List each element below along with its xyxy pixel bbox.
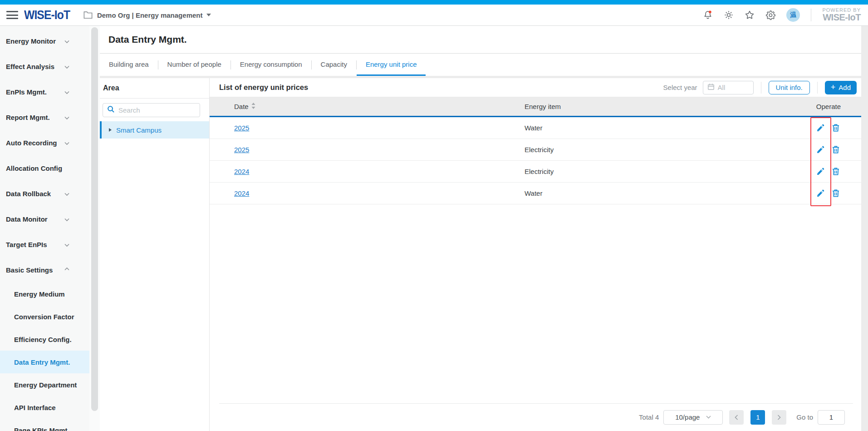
sidebar-item-data-rollback[interactable]: Data Rollback	[0, 181, 89, 206]
page-size-select[interactable]: 10/page	[663, 410, 723, 425]
sidebar-subitem-api-interface[interactable]: API Interface	[0, 396, 89, 419]
energy-unit-price-panel: List of energy unit prices Select year U…	[209, 78, 861, 431]
table-row: 2024 Electricity	[210, 161, 861, 183]
sidebar-item-data-monitor[interactable]: Data Monitor	[0, 206, 89, 232]
tab-bar: Building area Number of people Energy co…	[100, 54, 861, 76]
date-link[interactable]: 2025	[234, 146, 249, 154]
edit-icon[interactable]	[815, 145, 825, 155]
column-header-date[interactable]: Date	[210, 103, 525, 110]
calendar-icon	[707, 83, 715, 92]
header-divider	[811, 9, 811, 21]
list-controls: Select year Unit info. + Add	[663, 81, 857, 94]
date-link[interactable]: 2025	[234, 124, 249, 132]
column-header-energy-item: Energy item	[525, 103, 752, 110]
search-input[interactable]	[118, 106, 196, 114]
delete-icon[interactable]	[831, 167, 841, 177]
sidebar-subitem-data-entry-mgmt[interactable]: Data Entry Mgmt.	[0, 351, 89, 373]
chevron-down-icon	[64, 63, 69, 70]
tree-item-label: Smart Campus	[116, 126, 162, 134]
list-header: List of energy unit prices Select year U…	[210, 78, 861, 97]
tree-item-smart-campus[interactable]: Smart Campus	[100, 121, 209, 139]
sidebar-subitem-efficiency-config[interactable]: Efficiency Config.	[0, 328, 89, 351]
column-header-operate: Operate	[752, 103, 861, 110]
chevron-down-icon	[706, 416, 711, 419]
tab-energy-unit-price[interactable]: Energy unit price	[357, 54, 426, 76]
tab-number-of-people[interactable]: Number of people	[158, 54, 230, 76]
page-header-block: Data Entry Mgmt. Building area Number of…	[100, 26, 861, 76]
delete-icon[interactable]	[831, 188, 841, 198]
edit-icon[interactable]	[815, 188, 825, 198]
edit-icon[interactable]	[815, 167, 825, 177]
area-panel: Area Smart Campus	[100, 78, 209, 431]
energy-item-cell: Water	[525, 189, 752, 197]
chevron-down-icon	[64, 241, 69, 248]
select-year-label: Select year	[663, 84, 697, 91]
sidebar-subitem-energy-department[interactable]: Energy Department	[0, 373, 89, 396]
page-title: Data Entry Mgmt.	[108, 34, 187, 45]
sidebar-item-energy-monitor[interactable]: Energy Monitor	[0, 28, 89, 54]
sidebar-item-auto-recording[interactable]: Auto Recording	[0, 130, 89, 155]
app-logo: WISE-IoT	[24, 8, 70, 22]
top-accent-strip	[0, 0, 868, 5]
controls-divider	[761, 82, 761, 94]
date-link[interactable]: 2024	[234, 168, 249, 175]
delete-icon[interactable]	[831, 123, 841, 133]
tab-capacity[interactable]: Capacity	[312, 54, 356, 76]
org-label: Demo Org | Energy management	[97, 11, 203, 19]
table-row: 2025 Electricity	[210, 139, 861, 161]
chevron-down-icon	[64, 190, 69, 198]
sidebar-item-target-enpis[interactable]: Target EnPIs	[0, 232, 89, 257]
add-button-label: Add	[839, 84, 851, 91]
sidebar-scrollbar[interactable]	[89, 26, 100, 431]
table-row: 2025 Water	[210, 117, 861, 139]
add-button[interactable]: + Add	[825, 81, 857, 94]
date-link[interactable]: 2024	[234, 189, 249, 197]
sidebar-item-allocation-config[interactable]: Allocation Config	[0, 155, 89, 181]
select-year-input[interactable]	[718, 84, 749, 91]
area-panel-title: Area	[100, 78, 209, 99]
sidebar-item-enpis-mgmt[interactable]: EnPIs Mgmt.	[0, 79, 89, 104]
tab-building-area[interactable]: Building area	[100, 54, 158, 76]
scrollbar-thumb[interactable]	[91, 27, 98, 411]
next-page-button[interactable]	[772, 410, 786, 425]
tab-energy-consumption[interactable]: Energy consumption	[231, 54, 311, 76]
user-avatar[interactable]: 温	[786, 8, 800, 22]
hamburger-menu-icon[interactable]	[6, 11, 18, 19]
select-year-picker[interactable]	[703, 81, 754, 94]
sidebar-item-report-mgmt[interactable]: Report Mgmt.	[0, 104, 89, 130]
chevron-down-icon	[64, 215, 69, 223]
goto-page-input[interactable]	[818, 410, 845, 425]
unit-info-button[interactable]: Unit info.	[769, 81, 810, 94]
sidebar-subitem-page-kpis-mgmt[interactable]: Page KPIs Mgmt.	[0, 419, 89, 431]
pagination-bar: Total 4 10/page 1 Go to	[210, 403, 861, 431]
chevron-down-icon	[64, 88, 69, 96]
powered-by-logo: WISE-IoT	[822, 13, 861, 22]
total-count: Total 4	[639, 413, 659, 421]
app-header-right: 温 POWERED BY WISE-IoT	[703, 8, 862, 23]
delete-icon[interactable]	[831, 145, 841, 155]
edit-icon[interactable]	[815, 123, 825, 133]
page-size-value: 10/page	[675, 413, 700, 421]
table-header-row: Date Energy item Operate	[210, 97, 861, 117]
controls-divider	[817, 82, 818, 94]
energy-item-cell: Electricity	[525, 168, 752, 175]
search-icon	[107, 105, 115, 115]
app-root: WISE-IoT Demo Org | Energy management	[0, 0, 868, 431]
page-number-button[interactable]: 1	[750, 410, 765, 425]
folder-icon	[83, 10, 93, 20]
org-selector[interactable]: Demo Org | Energy management	[83, 10, 211, 20]
notification-bell-icon[interactable]	[703, 10, 713, 20]
sidebar-item-effect-analysis[interactable]: Effect Analysis	[0, 54, 89, 79]
sidebar-subitem-conversion-factor[interactable]: Conversion Factor	[0, 305, 89, 328]
sidebar-subitem-energy-medium[interactable]: Energy Medium	[0, 282, 89, 305]
chevron-down-icon	[64, 37, 69, 45]
app-header: WISE-IoT Demo Org | Energy management	[0, 5, 868, 26]
brightness-sun-icon[interactable]	[724, 10, 734, 20]
caret-right-icon[interactable]	[109, 128, 112, 132]
favorite-star-icon[interactable]	[745, 10, 755, 20]
settings-gear-icon[interactable]	[765, 10, 775, 20]
sort-icon[interactable]	[251, 103, 255, 110]
selection-bar	[100, 121, 102, 139]
sidebar-item-basic-settings[interactable]: Basic Settings	[0, 257, 89, 282]
prev-page-button[interactable]	[729, 410, 744, 425]
